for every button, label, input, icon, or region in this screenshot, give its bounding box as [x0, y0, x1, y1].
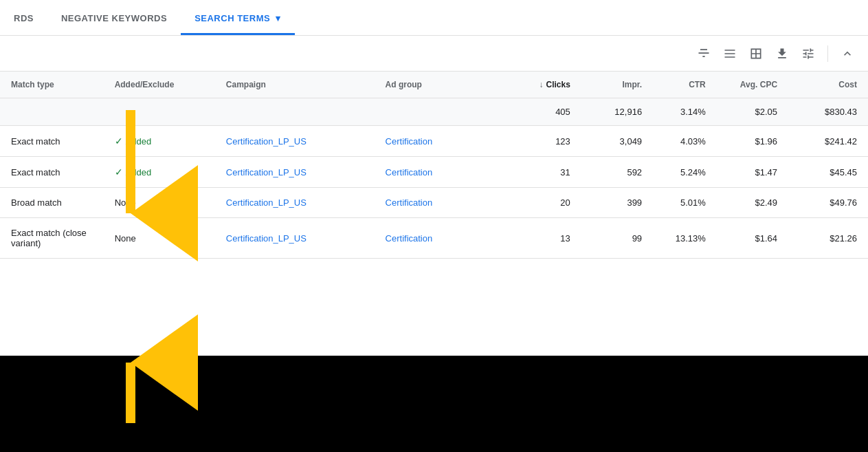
ad-group-link[interactable]: Certification: [386, 197, 433, 208]
col-header-campaign: Campaign: [215, 72, 375, 98]
check-icon: ✓: [115, 136, 123, 147]
cell-avg-cpc: $1.96: [717, 126, 788, 157]
cell-ctr: 4.03%: [653, 126, 717, 157]
summary-impr: 12,916: [581, 98, 653, 126]
cell-impr: 399: [581, 188, 653, 218]
cell-ad-group: Certification: [375, 218, 502, 259]
none-status: None: [115, 233, 136, 244]
cell-cost: $49.76: [788, 188, 868, 218]
cell-ad-group: Certification: [375, 126, 502, 157]
cell-match-type: Exact match: [0, 126, 104, 157]
cell-campaign: Certification_LP_US: [215, 157, 375, 188]
check-icon: ✓: [115, 166, 123, 177]
list-icon[interactable]: [723, 47, 737, 61]
cell-ctr: 5.24%: [653, 157, 717, 188]
summary-row: 405 12,916 3.14% $2.05 $830.43: [0, 98, 868, 126]
campaign-link[interactable]: Certification_LP_US: [226, 136, 307, 147]
cell-impr: 3,049: [581, 126, 653, 157]
cell-added-exclude: ✓ Added: [104, 157, 215, 188]
table-row: Exact match ✓ Added Certification_LP_US …: [0, 126, 868, 157]
col-header-clicks[interactable]: ↓ Clicks: [502, 72, 581, 98]
cell-campaign: Certification_LP_US: [215, 188, 375, 218]
toolbar-divider: [827, 45, 828, 62]
cell-clicks: 20: [502, 188, 581, 218]
cell-added-exclude: None: [104, 188, 215, 218]
table-row: Exact match ✓ Added Certification_LP_US …: [0, 157, 868, 188]
col-header-added-exclude: Added/Exclude: [104, 72, 215, 98]
cell-ad-group: Certification: [375, 157, 502, 188]
summary-cost: $830.43: [788, 98, 868, 126]
cell-campaign: Certification_LP_US: [215, 126, 375, 157]
summary-match-type: [0, 98, 104, 126]
cell-clicks: 13: [502, 218, 581, 259]
summary-ctr: 3.14%: [653, 98, 717, 126]
cell-impr: 592: [581, 157, 653, 188]
cell-avg-cpc: $1.47: [717, 157, 788, 188]
table-row: Broad match None Certification_LP_US Cer…: [0, 188, 868, 218]
campaign-link[interactable]: Certification_LP_US: [226, 197, 307, 208]
summary-added: [104, 98, 215, 126]
table-header-row: Match type Added/Exclude Campaign Ad gro…: [0, 72, 868, 98]
added-status: ✓ Added: [115, 166, 204, 177]
cell-avg-cpc: $2.49: [717, 188, 788, 218]
summary-ad-group: [375, 98, 502, 126]
clicks-sort-arrow: ↓: [539, 80, 543, 89]
cell-impr: 99: [581, 218, 653, 259]
summary-campaign: [215, 98, 375, 126]
cell-avg-cpc: $1.64: [717, 218, 788, 259]
cell-match-type: Broad match: [0, 188, 104, 218]
adjust-icon[interactable]: [801, 47, 815, 61]
col-header-cost: Cost: [788, 72, 868, 98]
ad-group-link[interactable]: Certification: [386, 136, 433, 147]
campaign-link[interactable]: Certification_LP_US: [226, 167, 307, 177]
cell-match-type: Exact match (close variant): [0, 218, 104, 259]
cell-clicks: 123: [502, 126, 581, 157]
cell-match-type: Exact match: [0, 157, 104, 188]
col-header-match-type: Match type: [0, 72, 104, 98]
data-table: Match type Added/Exclude Campaign Ad gro…: [0, 72, 868, 259]
tab-keywords[interactable]: RDS: [0, 3, 47, 35]
cell-cost: $241.42: [788, 126, 868, 157]
cell-ctr: 5.01%: [653, 188, 717, 218]
col-header-impr: Impr.: [581, 72, 653, 98]
download-icon[interactable]: [775, 47, 789, 61]
cell-cost: $21.26: [788, 218, 868, 259]
col-header-ctr: CTR: [653, 72, 717, 98]
columns-icon[interactable]: [749, 47, 763, 61]
campaign-link[interactable]: Certification_LP_US: [226, 233, 307, 244]
tab-search-terms[interactable]: SEARCH TERMS ▾: [181, 3, 295, 35]
tab-dropdown-icon: ▾: [276, 13, 281, 23]
col-header-ad-group: Ad group: [375, 72, 502, 98]
table-row: Exact match (close variant) None Certifi…: [0, 218, 868, 259]
summary-clicks: 405: [502, 98, 581, 126]
cell-added-exclude: ✓ Added: [104, 126, 215, 157]
cell-cost: $45.45: [788, 157, 868, 188]
cell-clicks: 31: [502, 157, 581, 188]
summary-avg-cpc: $2.05: [717, 98, 788, 126]
tab-bar: RDS NEGATIVE KEYWORDS SEARCH TERMS ▾: [0, 0, 868, 36]
none-status: None: [115, 197, 136, 208]
table-container: Match type Added/Exclude Campaign Ad gro…: [0, 72, 868, 259]
ad-group-link[interactable]: Certification: [386, 167, 433, 177]
cell-added-exclude: None: [104, 218, 215, 259]
cell-campaign: Certification_LP_US: [215, 218, 375, 259]
page-wrapper: RDS NEGATIVE KEYWORDS SEARCH TERMS ▾: [0, 0, 868, 452]
tab-negative-keywords[interactable]: NEGATIVE KEYWORDS: [47, 3, 181, 35]
filter-icon[interactable]: [697, 47, 711, 61]
black-bar: [0, 356, 868, 452]
toolbar: [0, 36, 868, 72]
cell-ctr: 13.13%: [653, 218, 717, 259]
added-status: ✓ Added: [115, 136, 204, 147]
col-header-avg-cpc: Avg. CPC: [717, 72, 788, 98]
cell-ad-group: Certification: [375, 188, 502, 218]
ad-group-link[interactable]: Certification: [386, 233, 433, 244]
collapse-icon[interactable]: [841, 47, 854, 61]
